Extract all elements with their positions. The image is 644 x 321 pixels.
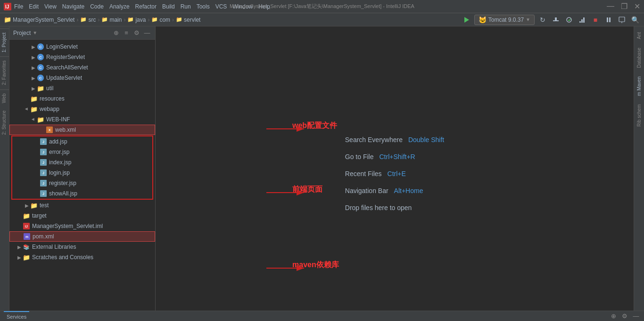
search-everywhere-shortcut: Double Shift: [408, 136, 444, 144]
svg-rect-11: [619, 17, 625, 22]
breadcrumb-sep2: ›: [124, 17, 125, 23]
svg-rect-6: [579, 21, 581, 23]
tree-item-external-libs[interactable]: ▶ 📚 External Libraries: [9, 242, 155, 252]
maximize-button[interactable]: ❐: [621, 2, 627, 11]
tree-item-searchall-servlet[interactable]: ▶ C SearchAllServlet: [9, 62, 155, 73]
tree-item-resources[interactable]: 📁 resources: [9, 93, 155, 104]
panel-collapse-icon[interactable]: ≡: [122, 29, 131, 37]
tree-item-add-jsp[interactable]: J add.jsp: [12, 136, 152, 147]
main-layout: 1: Project 2: Favorites Web 2: Structure…: [0, 26, 644, 321]
jsp-icon-login: J: [40, 169, 47, 177]
tree-item-update-servlet[interactable]: ▶ C UpdateServlet: [9, 73, 155, 83]
panel-add-icon[interactable]: ⊕: [112, 29, 120, 37]
suspend-button[interactable]: [603, 15, 614, 25]
breadcrumb-project[interactable]: ManagerSystem_Servlet: [13, 17, 74, 23]
menu-code[interactable]: Code: [90, 3, 104, 10]
tree-item-web-xml[interactable]: X web.xml: [9, 125, 155, 135]
tree-item-webapp[interactable]: ▼ 📁 webapp: [9, 104, 155, 114]
tree-item-target[interactable]: 📁 target: [9, 211, 155, 221]
svg-rect-8: [583, 17, 585, 23]
xml-icon-web: X: [46, 126, 53, 134]
run-icon[interactable]: [461, 15, 471, 25]
right-tab-ant[interactable]: Ant: [635, 28, 644, 43]
tree-item-web-inf[interactable]: ▼ 📁 WEB-INF: [9, 114, 155, 125]
menu-view[interactable]: View: [44, 3, 57, 10]
menu-build[interactable]: Build: [162, 3, 175, 10]
goto-file-shortcut: Ctrl+Shift+R: [379, 153, 415, 160]
breadcrumb-servlet[interactable]: servlet: [184, 17, 200, 23]
menu-tools[interactable]: Tools: [197, 3, 210, 10]
iml-icon: IJ: [23, 222, 30, 230]
tree-label-index-jsp: index.jsp: [49, 159, 71, 166]
refresh-button[interactable]: ↻: [537, 15, 548, 25]
tab-favorites[interactable]: 2: Favorites: [0, 56, 9, 89]
status-add-icon[interactable]: ⊕: [609, 312, 618, 321]
menu-navigate[interactable]: Navigate: [62, 3, 84, 10]
goto-file-row: Go to File Ctrl+Shift+R: [345, 153, 444, 160]
jsp-icon-register: J: [40, 179, 47, 187]
svg-marker-2: [464, 17, 469, 23]
menu-run[interactable]: Run: [181, 3, 191, 10]
tree-arrow-util: ▶: [30, 85, 37, 92]
pin-button[interactable]: [617, 15, 627, 25]
tree-item-scratches[interactable]: ▶ 📁 Scratches and Consoles: [9, 252, 155, 262]
search-icon[interactable]: 🔍: [630, 15, 640, 25]
recent-files-label: Recent Files: [345, 170, 382, 177]
menu-edit[interactable]: Edit: [29, 3, 39, 10]
services-tab[interactable]: Services: [4, 311, 29, 321]
menu-vcs[interactable]: VCS: [215, 3, 227, 10]
tree-item-error-jsp[interactable]: J error.jsp: [12, 147, 152, 157]
minimize-button[interactable]: —: [607, 2, 614, 11]
status-minimize-icon[interactable]: —: [632, 312, 640, 321]
close-button[interactable]: ✕: [634, 2, 640, 11]
menu-refactor[interactable]: Refactor: [135, 3, 157, 10]
project-label: Project: [13, 30, 31, 36]
project-dropdown-icon[interactable]: ▼: [33, 30, 37, 35]
tree-item-login-jsp[interactable]: J login.jsp: [12, 168, 152, 178]
tree-label-webapp: webapp: [40, 106, 59, 112]
toolbar-right: 🐱 Tomcat 9.0.37 ▼ ↻ ■ 🔍: [461, 15, 640, 25]
editor-area: Search Everywhere Double Shift Go to Fil…: [156, 26, 634, 321]
tree-arrow-register: ▶: [30, 54, 37, 60]
tree-item-login-servlet[interactable]: ▶ C LoginServlet: [9, 42, 155, 52]
tree-arrow-searchall: ▶: [30, 64, 37, 71]
tree-item-test[interactable]: ▶ 📁 test: [9, 200, 155, 211]
tab-structure[interactable]: 2: Structure: [0, 107, 9, 139]
tab-project[interactable]: 1: Project: [0, 28, 9, 56]
servlet-icon-searchall: C: [37, 64, 44, 71]
arrow-maven-icon: [264, 261, 311, 275]
tree-item-register-servlet[interactable]: ▶ C RegisterServlet: [9, 52, 155, 62]
right-tab-database[interactable]: Database: [635, 44, 644, 72]
breadcrumb-java[interactable]: java: [135, 17, 146, 23]
profile-button[interactable]: [577, 15, 587, 25]
project-tree: ▶ C LoginServlet ▶ C RegisterServlet ▶ C…: [9, 40, 155, 317]
tree-label-pom-xml: pom.xml: [33, 233, 54, 240]
tree-item-util[interactable]: ▶ 📁 util: [9, 83, 155, 93]
build-button[interactable]: [551, 15, 561, 25]
right-tab-maven[interactable]: m Maven: [635, 73, 644, 100]
tree-item-iml[interactable]: IJ ManagerSystem_Servlet.iml: [9, 221, 155, 231]
tree-label-test: test: [40, 202, 49, 209]
breadcrumb-com[interactable]: com: [159, 17, 170, 23]
coverage-button[interactable]: [564, 15, 574, 25]
breadcrumb-src[interactable]: src: [88, 17, 96, 23]
search-everywhere-label: Search Everywhere: [345, 136, 403, 144]
tree-item-pom-xml[interactable]: m pom.xml: [9, 231, 155, 242]
panel-minimize-icon[interactable]: —: [143, 29, 151, 37]
breadcrumb-main[interactable]: main: [109, 17, 122, 23]
arrow-web-config-icon: [264, 122, 311, 136]
tree-item-index-jsp[interactable]: J index.jsp: [12, 157, 152, 168]
stop-button[interactable]: ■: [590, 15, 601, 25]
menu-file[interactable]: File: [14, 3, 23, 10]
window-controls: — ❐ ✕: [607, 2, 640, 11]
menu-analyze[interactable]: Analyze: [109, 3, 130, 10]
right-tab-ribschem[interactable]: Rib schem: [635, 101, 644, 130]
tab-web[interactable]: Web: [0, 89, 9, 107]
status-settings-icon[interactable]: ⚙: [620, 312, 629, 321]
panel-settings-icon[interactable]: ⚙: [132, 29, 141, 37]
tomcat-config-button[interactable]: 🐱 Tomcat 9.0.37 ▼: [474, 15, 535, 25]
search-everywhere-row: Search Everywhere Double Shift: [345, 136, 444, 144]
tree-item-showall-jsp[interactable]: J showAll.jsp: [12, 188, 152, 199]
tree-item-register-jsp[interactable]: J register.jsp: [12, 178, 152, 188]
tree-label-login-servlet: LoginServlet: [46, 43, 78, 50]
